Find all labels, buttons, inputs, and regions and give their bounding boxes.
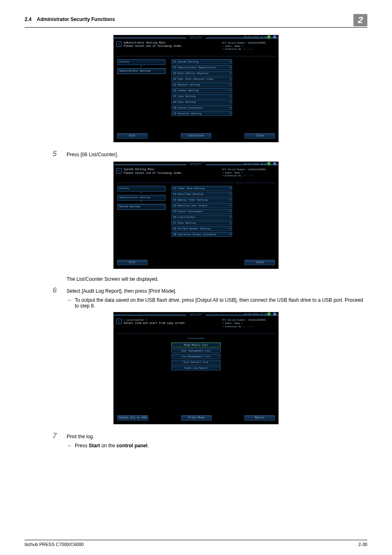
- screen-title: Administrator Setting Menu: [124, 42, 222, 45]
- help-icon[interactable]: ?: [267, 162, 271, 166]
- chapter-badge: 2: [353, 14, 367, 26]
- menu-item[interactable]: 09 Operation Screen Customize: [171, 232, 232, 237]
- menu-item[interactable]: 02 Administrator Registration: [171, 65, 232, 70]
- menu-item[interactable]: 04 Restrict User Access: [171, 203, 232, 208]
- step-number: 6: [53, 286, 67, 295]
- close-button[interactable]: Close: [244, 260, 275, 265]
- accessibility-icon[interactable]: ♿: [273, 35, 277, 39]
- menu-item[interactable]: 07 Copy Setting: [171, 94, 232, 99]
- datetime: 07/07/2010 14:00: [244, 313, 267, 316]
- menu-item[interactable]: Use Management List: [171, 354, 221, 359]
- close-button[interactable]: Close: [244, 133, 275, 139]
- menu-item[interactable]: 05 Network Setting: [171, 82, 232, 87]
- menu-item[interactable]: 10 Security Setting: [171, 111, 232, 116]
- info-icon: i: [116, 168, 122, 173]
- chevron-down-icon: ▼: [117, 201, 166, 204]
- screen-title: < List/Counter >: [124, 319, 222, 322]
- breadcrumb-item[interactable]: System Setting: [117, 204, 166, 210]
- panel-title: UTILITY: [187, 36, 205, 39]
- body-text: The List/Counter Screen will be displaye…: [67, 276, 367, 282]
- machine-info: M/C Serial Number: A1DU011000000 < Admin…: [222, 42, 276, 51]
- substep-text: To output the data saved on the USB flas…: [75, 297, 367, 309]
- step-text: Print the log.: [67, 434, 367, 439]
- menu-item[interactable]: 01 Power Save Setting: [171, 186, 232, 191]
- menu-item[interactable]: 01 System Setting: [171, 59, 232, 64]
- exit-button[interactable]: Exit: [117, 133, 148, 139]
- step-number: 7: [53, 432, 67, 440]
- menu-item[interactable]: 06 List/Counter: [171, 215, 232, 220]
- screen-subtitle: Select item and start from copy screen: [124, 322, 222, 325]
- menu-item[interactable]: 06 Common Setting: [171, 88, 232, 93]
- accessibility-icon[interactable]: ♿: [273, 162, 277, 166]
- breadcrumb-item[interactable]: Utility: [117, 186, 166, 192]
- screenshot-list-counter: UTILITY 07/07/2010 14:00 ? ♿ i < List/Co…: [113, 312, 279, 424]
- menu-item[interactable]: 08 Perfect Binder Setting: [171, 226, 232, 231]
- menu-item[interactable]: 07 Size Setting: [171, 220, 232, 225]
- menu-item[interactable]: User Management List: [171, 348, 221, 353]
- help-icon[interactable]: ?: [267, 35, 271, 39]
- footer-page: 2-30: [358, 542, 367, 547]
- output-usb-button[interactable]: Output All to USB: [117, 415, 148, 421]
- breadcrumb-item[interactable]: Administrator Setting: [117, 195, 166, 201]
- screen-subtitle: Please select one of following items: [124, 172, 222, 175]
- panel-title: UTILITY: [187, 163, 205, 166]
- screen-title: System Setting Menu: [124, 168, 222, 171]
- menu-item[interactable]: Mode Memory List: [171, 342, 221, 347]
- info-icon: i: [116, 319, 122, 324]
- menu-item[interactable]: Audit Log Report: [171, 365, 221, 370]
- footer-model: bizhub PRESS C7000/C6000: [25, 542, 84, 547]
- screenshot-system-setting: UTILITY 07/07/2010 14:00 ? ♿ i System Se…: [113, 162, 279, 269]
- step-text: Select [Audit Log Report], then press [P…: [67, 288, 367, 294]
- arrow-icon: →: [67, 443, 75, 449]
- step-text: Press [06 List/Counter].: [67, 152, 367, 157]
- step-number: 5: [53, 150, 67, 158]
- substep-text: Press Start on the control panel.: [75, 443, 367, 449]
- exit-button[interactable]: Exit: [117, 260, 148, 265]
- accessibility-icon[interactable]: ♿: [273, 312, 277, 316]
- chevron-down-icon: ▼: [117, 65, 166, 68]
- chevron-down-icon: ▼: [117, 192, 166, 194]
- panel-title: UTILITY: [187, 313, 205, 317]
- screen-subtitle: Please select one of following items: [124, 45, 222, 48]
- datetime: 07/07/2010 14:00: [244, 36, 267, 39]
- menu-item[interactable]: 09 System Connection: [171, 105, 232, 110]
- machine-info: M/C Serial Number: A1DU011000000 < Admin…: [222, 168, 276, 178]
- menu-item[interactable]: 03 Scan Address Register: [171, 71, 232, 76]
- tab-label: List/Counter: [117, 336, 275, 342]
- breadcrumb-item[interactable]: Administrator Setting: [117, 68, 166, 74]
- arrow-icon: →: [67, 297, 75, 309]
- help-icon[interactable]: ?: [267, 312, 271, 316]
- datetime: 07/07/2010 14:00: [244, 162, 267, 165]
- return-button[interactable]: Return: [244, 415, 275, 421]
- controller-button[interactable]: Controller: [181, 133, 211, 139]
- info-icon: i: [116, 42, 122, 47]
- section-header: 2.4 Administrator Security Functions: [25, 16, 115, 22]
- menu-item[interactable]: 05 Expert Adjustment: [171, 209, 232, 214]
- menu-item[interactable]: 02 Date/Time Setting: [171, 192, 232, 197]
- menu-item[interactable]: 08 Scan Setting: [171, 99, 232, 104]
- machine-info: M/C Serial Number: A1DU011000000 < Admin…: [222, 319, 276, 328]
- breadcrumb-item[interactable]: Utility: [117, 59, 166, 65]
- menu-item[interactable]: 04 User Auth./Account Track: [171, 76, 232, 81]
- print-mode-button[interactable]: Print Mode: [181, 415, 212, 421]
- screenshot-admin-setting: UTILITY 07/07/2010 14:00 ? ♿ i Administr…: [113, 35, 279, 142]
- menu-item[interactable]: Font Pattern List: [171, 360, 221, 365]
- menu-item[interactable]: 03 Weekly Timer Setting: [171, 197, 232, 202]
